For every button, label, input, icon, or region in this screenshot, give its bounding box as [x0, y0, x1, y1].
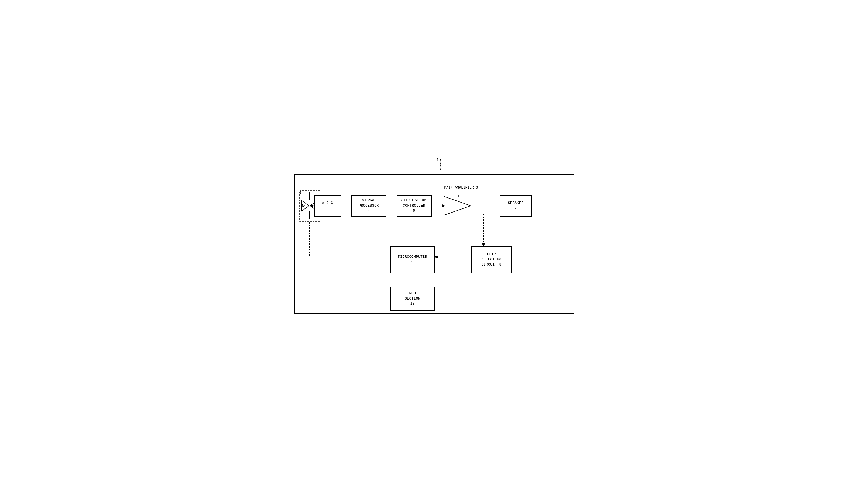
- svg-marker-30: [444, 196, 471, 215]
- diagram-container: 1: [286, 158, 583, 319]
- svg-text:1: 1: [436, 158, 439, 162]
- main-system-box: 2 A D C 3 SIGNAL PROCESSOR 4 SECOND VOLU…: [294, 174, 575, 314]
- input-section-block: INPUT SECTION 10: [391, 286, 435, 311]
- main-amplifier-label: MAIN AMPLIFIER 6: [444, 185, 478, 190]
- signal-processor-block: SIGNAL PROCESSOR 4: [351, 195, 386, 216]
- svg-marker-24: [302, 200, 309, 211]
- adc-block: A D C 3: [314, 195, 341, 216]
- second-volume-block: SECOND VOLUME CONTROLLER 5: [397, 195, 432, 216]
- main-amplifier-triangle: [442, 195, 472, 216]
- clip-detecting-block: CLIP DETECTING CIRCUIT 8: [471, 246, 512, 273]
- ref-1-label: 1: [431, 158, 447, 174]
- microcomputer-block: MICROCOMPUTER 9: [391, 246, 435, 273]
- svg-text:2: 2: [299, 191, 302, 195]
- speaker-block: SPEAKER 7: [500, 195, 532, 216]
